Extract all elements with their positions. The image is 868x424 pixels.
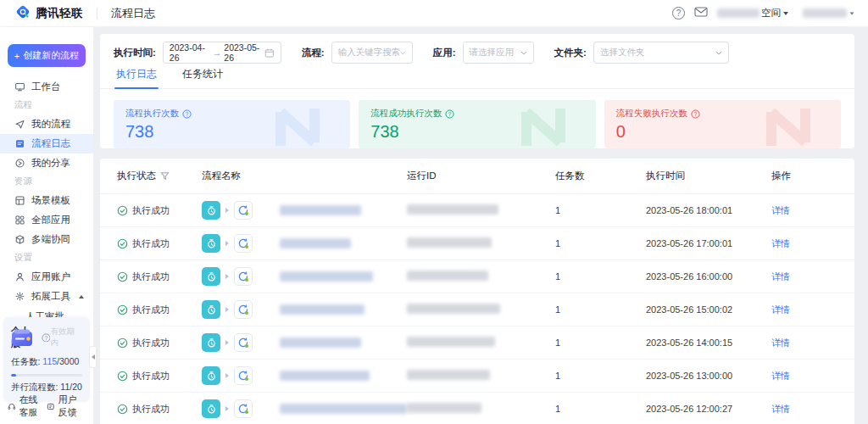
create-flow-button[interactable]: + 创建新的流程 bbox=[8, 44, 86, 67]
detail-link[interactable]: 详情 bbox=[771, 404, 790, 414]
sidebar-item[interactable]: 全部应用 bbox=[0, 210, 93, 230]
flow-name-redacted bbox=[280, 304, 364, 315]
flow-name-redacted bbox=[280, 338, 361, 348]
feedback-label: 用户反馈 bbox=[58, 393, 86, 419]
column-header: 执行状态 bbox=[117, 170, 202, 182]
sidebar-footer: 在线客服 用户反馈 bbox=[8, 393, 86, 419]
chevron-down-icon bbox=[850, 12, 854, 14]
success-check-icon bbox=[117, 404, 128, 415]
flow-select[interactable]: 输入关键字搜索流程 bbox=[331, 42, 413, 64]
logo[interactable]: 腾讯轻联 bbox=[15, 4, 83, 22]
sidebar-collapse-handle[interactable] bbox=[89, 346, 97, 368]
date-separator: → bbox=[213, 47, 222, 58]
online-service-label: 在线客服 bbox=[19, 393, 47, 419]
sidebar-item[interactable]: 应用账户 bbox=[0, 267, 93, 287]
run-id-cell bbox=[407, 204, 555, 216]
status-cell: 执行成功 bbox=[117, 237, 202, 250]
success-check-icon bbox=[117, 371, 128, 382]
stat-card: 流程成功执行次数?738 bbox=[359, 100, 595, 148]
workspace-suffix: 空间 bbox=[761, 7, 781, 20]
timer-app-icon bbox=[202, 300, 220, 319]
status-cell: 执行成功 bbox=[117, 403, 202, 416]
detail-link[interactable]: 详情 bbox=[771, 371, 790, 381]
tasks-quota: 任务数: 115/3000 bbox=[11, 356, 82, 368]
app-filter-label: 应用: bbox=[433, 47, 456, 59]
filter-panel: 执行时间: 2023-04-26 → 2023-05-26 流程: 输入关键字搜… bbox=[100, 34, 854, 148]
flow-cell bbox=[202, 201, 407, 220]
chevron-down-icon bbox=[400, 51, 405, 55]
flow-cell bbox=[202, 333, 407, 352]
validity-badge: 有效期内 bbox=[50, 326, 82, 349]
task-count: 1 bbox=[555, 304, 646, 315]
flow-name-redacted bbox=[280, 404, 407, 414]
sidebar-item[interactable]: 我的分享 bbox=[0, 153, 93, 173]
svg-text:?: ? bbox=[186, 110, 189, 116]
column-header: 操作 bbox=[771, 170, 854, 182]
timer-app-icon bbox=[202, 201, 220, 220]
sidebar-item[interactable]: 多端协同 bbox=[0, 230, 93, 249]
filter-row: 执行时间: 2023-04-26 → 2023-05-26 流程: 输入关键字搜… bbox=[100, 40, 854, 65]
sidebar-item[interactable]: 场景模板 bbox=[0, 191, 93, 210]
workspace-switcher[interactable]: 空间 bbox=[717, 7, 788, 20]
feedback-link[interactable]: 用户反馈 bbox=[47, 393, 86, 419]
sidebar-item[interactable]: 我的流程 bbox=[0, 114, 93, 134]
chevron-left-icon bbox=[92, 354, 95, 360]
stat-card-label: 流程成功执行次数 bbox=[370, 108, 442, 120]
tasks-progress-fill bbox=[11, 374, 16, 377]
sidebar-item[interactable]: 拓展工具 bbox=[0, 287, 93, 306]
sidebar-item[interactable]: 流程日志 bbox=[0, 134, 93, 153]
info-icon[interactable]: ? bbox=[445, 109, 454, 119]
flow-cell bbox=[202, 399, 407, 418]
arrow-right-icon bbox=[225, 406, 229, 411]
extend-tools-icon bbox=[14, 291, 25, 302]
stat-card-value: 738 bbox=[125, 122, 338, 142]
online-service-link[interactable]: 在线客服 bbox=[8, 393, 47, 419]
info-icon[interactable]: ? bbox=[182, 109, 192, 119]
feedback-icon bbox=[47, 401, 55, 412]
mail-icon[interactable] bbox=[694, 7, 708, 20]
workspace-name-redacted bbox=[717, 8, 760, 18]
sidebar-item-label: 我的分享 bbox=[31, 157, 70, 170]
flow-log-icon bbox=[14, 138, 25, 149]
folder-filter-label: 文件夹: bbox=[554, 47, 587, 59]
folder-select[interactable]: 选择文件夹 bbox=[593, 42, 729, 64]
status-text: 执行成功 bbox=[132, 304, 170, 316]
sidebar-item[interactable]: 工作台 bbox=[0, 77, 93, 97]
tab-task-stats[interactable]: 任务统计 bbox=[181, 67, 225, 88]
app-select[interactable]: 请选择应用 bbox=[463, 42, 534, 64]
table-row: 执行成功12023-05-26 16:00:00详情 bbox=[100, 260, 854, 293]
success-check-icon bbox=[117, 338, 128, 349]
header-divider bbox=[97, 8, 97, 20]
scene-template-icon bbox=[14, 195, 25, 206]
sidebar-section-label: 流程 bbox=[0, 97, 93, 114]
flow-cell bbox=[202, 300, 407, 319]
help-icon[interactable]: ? bbox=[672, 7, 685, 20]
filter-funnel-icon[interactable] bbox=[160, 171, 170, 181]
all-apps-icon bbox=[14, 215, 25, 226]
detail-link[interactable]: 详情 bbox=[771, 271, 790, 282]
detail-link[interactable]: 详情 bbox=[771, 304, 790, 315]
header-left: 腾讯轻联 流程日志 bbox=[15, 4, 155, 22]
info-icon[interactable]: ? bbox=[691, 109, 700, 119]
run-id-cell bbox=[407, 271, 555, 282]
table-row: 执行成功12023-05-26 18:00:01详情 bbox=[100, 194, 854, 227]
table-row: 执行成功12023-05-26 15:00:02详情 bbox=[100, 293, 854, 326]
run-id-redacted bbox=[407, 403, 481, 413]
table-row: 执行成功12023-05-26 12:00:27详情 bbox=[100, 393, 854, 424]
detail-link[interactable]: 详情 bbox=[771, 205, 790, 215]
status-text: 执行成功 bbox=[132, 337, 170, 349]
table-row: 执行成功12023-05-26 17:00:01详情 bbox=[100, 227, 854, 260]
loop-app-icon bbox=[234, 201, 253, 220]
status-text: 执行成功 bbox=[132, 204, 170, 217]
header-right: ? 空间 bbox=[672, 7, 854, 20]
tab-exec-log[interactable]: 执行日志 bbox=[114, 67, 159, 88]
info-icon[interactable]: ? bbox=[42, 333, 51, 343]
detail-link[interactable]: 详情 bbox=[771, 238, 790, 248]
task-count: 1 bbox=[555, 371, 646, 381]
stat-card: 流程失败执行次数?0 bbox=[604, 100, 841, 148]
exec-time: 2023-05-26 14:00:15 bbox=[646, 338, 771, 348]
detail-link[interactable]: 详情 bbox=[771, 338, 790, 348]
account-menu[interactable] bbox=[798, 8, 854, 18]
date-range-picker[interactable]: 2023-04-26 → 2023-05-26 bbox=[163, 42, 281, 64]
run-id-cell bbox=[407, 337, 555, 349]
